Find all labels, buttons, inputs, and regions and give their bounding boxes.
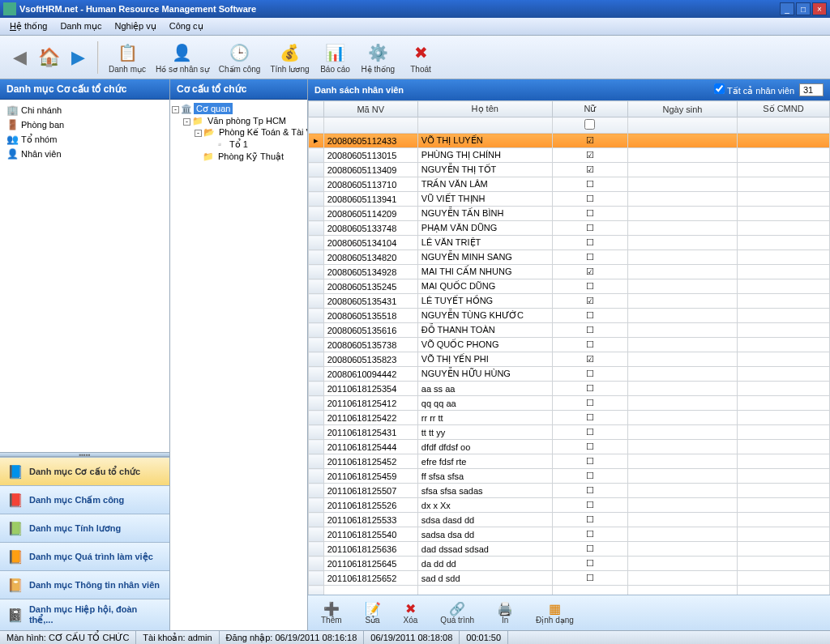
accordion-item-5[interactable]: 📓Danh mục Hiệp hội, đoàn thể,...	[0, 599, 169, 630]
status-screen: Màn hình: CƠ CẤU TỔ CHỨC	[0, 631, 136, 644]
table-row[interactable]: 20080605113941VŨ VIẾT THỊNH☐	[309, 192, 830, 207]
accordion-item-2[interactable]: 📗Danh mục Tính lương	[0, 514, 169, 542]
org-dept1[interactable]: Phòng Kế Toán & Tài Vụ	[216, 126, 307, 138]
col-cmnd[interactable]: Số CMND	[737, 101, 829, 117]
profile-icon: 👤	[171, 41, 194, 64]
minimize-button[interactable]: _	[780, 2, 794, 15]
table-row[interactable]: 20110618125354aa ss aa☐	[309, 382, 830, 396]
table-row[interactable]: 20080605113409NGUYỄN THỊ TỐT☑	[309, 163, 830, 177]
edit-icon: 📝	[365, 601, 381, 616]
table-row[interactable]: 20080605113015PHÙNG THỊ CHÍNH☑	[309, 148, 830, 163]
accordion-item-0[interactable]: 📘Danh mục Cơ cấu tổ chức	[0, 457, 169, 485]
menu-congcu[interactable]: Công cụ	[163, 19, 210, 33]
org-root[interactable]: Cơ quan	[194, 103, 233, 114]
table-row[interactable]: 20110618125540sadsa dsa dd☐	[309, 527, 830, 542]
accordion-item-3[interactable]: 📙Danh mục Quá trình làm việc	[0, 542, 169, 570]
org-dept2[interactable]: Phòng Kỹ Thuật	[216, 151, 286, 162]
table-row[interactable]: 20110618125645da dd dd☐	[309, 557, 830, 571]
tree-toggle[interactable]: -	[172, 106, 179, 113]
close-button[interactable]: ×	[812, 2, 827, 15]
data-panel: Danh sách nhân viên Tất cả nhân viên 31 …	[308, 79, 830, 630]
tb-hethong-button[interactable]: ⚙️Hệ thống	[358, 37, 398, 78]
table-row[interactable]: 20110618125507sfsa sfsa sadas☐	[309, 484, 830, 498]
org-tree-panel: Cơ cấu tổ chức -🏛️Cơ quan -📁Văn phòng Tp…	[170, 79, 308, 630]
menu-danhmuc[interactable]: Danh mục	[53, 19, 108, 33]
table-row-empty	[309, 586, 830, 595]
nav-back-button[interactable]: ◀	[6, 45, 32, 70]
cat-tonhom[interactable]: 👥Tổ nhóm	[3, 132, 166, 147]
menubar: HHệ thốngệ thống Danh mục Nghiệp vụ Công…	[0, 18, 830, 36]
branch-icon: 🏢	[6, 104, 18, 116]
filter-row[interactable]	[309, 117, 830, 134]
org-branch[interactable]: Văn phòng Tp HCM	[205, 115, 289, 126]
accordion-item-1[interactable]: 📕Danh mục Chấm công	[0, 485, 169, 514]
app-icon	[3, 2, 16, 15]
col-name[interactable]: Họ tên	[417, 101, 552, 117]
table-row[interactable]: 20110618125459ff sfsa sfsa☐	[309, 469, 830, 484]
tree-toggle[interactable]: -	[195, 130, 202, 137]
employee-grid[interactable]: Mã NV Họ tên Nữ Ngày sinh Số CMND ▸20080…	[308, 100, 830, 595]
clock-icon: 🕒	[229, 41, 251, 64]
col-date[interactable]: Ngày sinh	[628, 101, 738, 117]
menu-hethong[interactable]: HHệ thốngệ thống	[3, 19, 53, 33]
timeline-icon: 🔗	[449, 601, 465, 616]
print-icon: 🖨️	[497, 601, 513, 616]
cat-phongban[interactable]: 🚪Phòng ban	[3, 117, 166, 132]
tb-baocao-button[interactable]: 📊Báo cáo	[316, 37, 355, 78]
chart-icon: 📊	[324, 41, 347, 64]
filter-sex-check[interactable]	[584, 119, 595, 130]
table-row[interactable]: 20080605135518NGUYỄN TÙNG KHƯỚC☐	[309, 309, 830, 323]
row-header-col	[309, 101, 324, 117]
format-icon: ▦	[549, 601, 561, 616]
table-row[interactable]: 20080605113710TRẦN VĂN LÂM☐	[309, 177, 830, 192]
table-row[interactable]: 20110618125412qq qq aa☐	[309, 396, 830, 411]
plus-icon: ➕	[323, 601, 340, 616]
format-button[interactable]: ▦Định dạng	[529, 599, 580, 626]
process-button[interactable]: 🔗Quá trình	[434, 599, 481, 626]
maximize-button[interactable]: □	[796, 2, 811, 15]
table-row[interactable]: 20080605133748PHẠM VĂN DŨNG☐	[309, 221, 830, 236]
print-button[interactable]: 🖨️In	[490, 599, 520, 626]
tb-chamcong-button[interactable]: 🕒Chấm công	[216, 37, 264, 78]
tree-toggle[interactable]: -	[183, 118, 190, 126]
col-sex[interactable]: Nữ	[552, 101, 627, 117]
add-button[interactable]: ➕Thêm	[314, 599, 349, 626]
table-row[interactable]: 20110618125652sad d sdd☐	[309, 571, 830, 586]
table-row[interactable]: 20080605135738VÕ QUỐC PHONG☐	[309, 338, 830, 352]
table-row[interactable]: 20080605134820NGUYỄN MINH SANG☐	[309, 250, 830, 265]
table-row[interactable]: 20080610094442NGUYỄN HỮU HÙNG☐	[309, 367, 830, 382]
table-row[interactable]: 20080605134928MAI THI CẨM NHUNG☑	[309, 265, 830, 279]
table-row[interactable]: 20110618125452efre fdsf rte☐	[309, 454, 830, 469]
table-row[interactable]: 20080605135245MAI QUỐC DŨNG☐	[309, 279, 830, 294]
table-row[interactable]: 20080605114209NGUYỄN TẤN BÌNH☐	[309, 207, 830, 221]
nav-home-button[interactable]: 🏠	[36, 45, 62, 70]
table-row[interactable]: 20110618125444dfdf dfdsf oo☐	[309, 440, 830, 454]
table-row[interactable]: 20110618125431tt tt yy☐	[309, 425, 830, 440]
all-employees-check[interactable]: Tất cả nhân viên	[714, 83, 794, 96]
tb-thoat-button[interactable]: ✖Thoát	[401, 37, 440, 78]
edit-button[interactable]: 📝Sửa	[358, 599, 387, 626]
cat-chinhanh[interactable]: 🏢Chi nhánh	[3, 103, 166, 117]
tb-hoso-button[interactable]: 👤Hồ sơ nhân sự	[152, 37, 212, 78]
col-id[interactable]: Mã NV	[323, 101, 417, 117]
table-row[interactable]: 20110618125422rr rr tt☐	[309, 411, 830, 425]
org-team[interactable]: Tổ 1	[227, 139, 250, 150]
table-row[interactable]: 20110618125526dx x Xx☐	[309, 498, 830, 513]
delete-button[interactable]: ✖Xóa	[397, 599, 425, 626]
table-row[interactable]: 20080605135431LÊ TUYẾT HỒNG☑	[309, 294, 830, 309]
table-row[interactable]: 20110618125533sdsa dasd dd☐	[309, 513, 830, 527]
nav-forward-button[interactable]: ▶	[65, 45, 91, 70]
tb-tinhluong-button[interactable]: 💰Tính lương	[267, 37, 312, 78]
table-row[interactable]: ▸20080605112433VÕ THỊ LUYẾN☑	[309, 134, 830, 148]
book-icon: 📓	[6, 606, 24, 624]
table-row[interactable]: 20080605135823VÕ THỊ YẾN PHI☑	[309, 352, 830, 367]
cat-nhanvien[interactable]: 👤Nhân viên	[3, 147, 166, 161]
menu-nghiepvu[interactable]: Nghiệp vụ	[108, 19, 162, 33]
table-row[interactable]: 20080605134104LÊ VĂN TRIỆT☐	[309, 236, 830, 250]
leaf-icon: ▫️	[214, 139, 225, 149]
window-title: VsoftHRM.net - Human Resource Management…	[19, 4, 780, 14]
table-row[interactable]: 20110618125636dad dssad sdsad☐	[309, 542, 830, 557]
tb-danhmuc-button[interactable]: 📋Danh mục	[105, 37, 149, 78]
table-row[interactable]: 20080605135616ĐỖ THANH TOÀN☐	[309, 323, 830, 338]
accordion-item-4[interactable]: 📔Danh mục Thông tin nhân viên	[0, 570, 169, 599]
